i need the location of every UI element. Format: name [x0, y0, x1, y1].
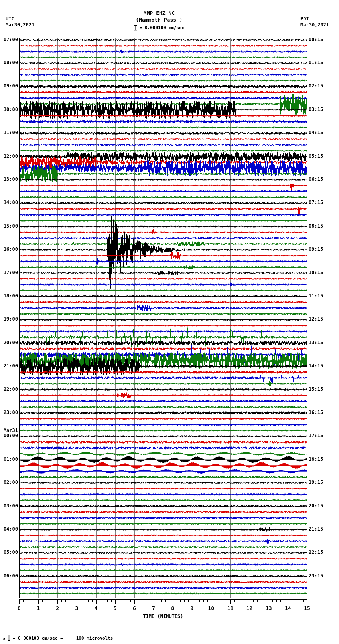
utc-date-label: Mar30,2021 — [6, 22, 34, 28]
x-tick-label: 8 — [171, 605, 174, 611]
footer-prefix-glyph: ʍ — [3, 638, 5, 641]
left-time-label: 20:00 — [0, 340, 18, 345]
left-time-label: 16:00 — [0, 247, 18, 252]
right-time-label: 00:15 — [309, 37, 323, 42]
left-time-label: 11:00 — [0, 130, 18, 135]
footer-scale-value: 100 microvolts — [76, 636, 113, 641]
footer-scale-text: = 0.000100 cm/sec = — [13, 636, 63, 641]
left-time-label: 07:00 — [0, 37, 18, 42]
right-time-label: 04:15 — [309, 130, 323, 135]
x-tick-label: 10 — [208, 605, 215, 611]
right-time-label: 23:15 — [309, 573, 323, 579]
x-tick-label: 2 — [56, 605, 59, 611]
x-tick-label: 15 — [304, 605, 310, 611]
right-time-label: 09:15 — [309, 247, 323, 252]
left-time-label: 05:00 — [0, 550, 18, 555]
right-time-label: 11:15 — [309, 293, 323, 299]
left-time-label: 22:00 — [0, 387, 18, 392]
left-time-label: 13:00 — [0, 177, 18, 182]
x-tick-label: 7 — [152, 605, 155, 611]
left-time-label: 21:00 — [0, 363, 18, 369]
station-title: MMP EHZ NC — [144, 10, 175, 16]
left-time-label: 08:00 — [0, 60, 18, 65]
left-time-label: 02:00 — [0, 480, 18, 485]
left-time-label: 19:00 — [0, 317, 18, 322]
right-time-label: 22:15 — [309, 550, 323, 555]
right-time-label: 13:15 — [309, 340, 323, 345]
x-axis-title: TIME (MINUTES) — [143, 614, 183, 619]
right-time-label: 15:15 — [309, 387, 323, 392]
station-location: (Mammoth Pass ) — [136, 17, 182, 23]
x-tick-label: 11 — [227, 605, 234, 611]
right-time-label: 07:15 — [309, 200, 323, 205]
left-time-label: 12:00 — [0, 154, 18, 159]
x-tick-label: 9 — [190, 605, 193, 611]
seismogram-canvas — [0, 0, 339, 644]
x-tick-label: 12 — [246, 605, 253, 611]
right-time-label: 08:15 — [309, 224, 323, 229]
left-time-label: 04:00 — [0, 527, 18, 532]
left-time-label: 14:00 — [0, 200, 18, 205]
left-time-label: 23:00 — [0, 410, 18, 415]
amplitude-scale-line: = 0.000100 cm/sec — [134, 25, 185, 31]
right-time-label: 20:15 — [309, 503, 323, 509]
right-time-label: 06:15 — [309, 177, 323, 182]
pdt-date-label: Mar30,2021 — [300, 22, 329, 28]
right-time-label: 16:15 — [309, 410, 323, 415]
x-tick-label: 3 — [75, 605, 78, 611]
utc-timezone-label: UTC — [6, 16, 14, 22]
left-time-label: 15:00 — [0, 224, 18, 229]
right-time-label: 02:15 — [309, 83, 323, 89]
left-time-label: 17:00 — [0, 270, 18, 275]
webicorder-page: UTC Mar30,2021 PDT Mar30,2021 MMP EHZ NC… — [0, 0, 339, 644]
footer-scale-line: ʍ = 0.000100 cm/sec = 100 microvolts — [3, 635, 113, 641]
left-time-label: 09:00 — [0, 83, 18, 89]
right-time-label: 10:15 — [309, 270, 323, 275]
left-time-label: 01:00 — [0, 457, 18, 462]
right-time-label: 05:15 — [309, 154, 323, 159]
x-tick-label: 4 — [95, 605, 98, 611]
x-tick-label: 5 — [114, 605, 117, 611]
x-tick-label: 1 — [37, 605, 40, 611]
right-time-label: 12:15 — [309, 317, 323, 322]
right-time-label: 01:15 — [309, 60, 323, 65]
right-time-label: 18:15 — [309, 457, 323, 462]
scale-bracket-icon — [134, 25, 138, 31]
x-tick-label: 6 — [133, 605, 136, 611]
right-time-label: 14:15 — [309, 363, 323, 369]
left-time-label: 03:00 — [0, 503, 18, 509]
right-time-label: 17:15 — [309, 433, 323, 438]
x-tick-label: 14 — [285, 605, 291, 611]
left-time-label: 18:00 — [0, 293, 18, 299]
left-time-label: 00:00 — [0, 433, 18, 438]
x-tick-label: 13 — [266, 605, 272, 611]
pdt-timezone-label: PDT — [300, 16, 309, 22]
x-tick-label: 0 — [18, 605, 21, 611]
right-time-label: 21:15 — [309, 527, 323, 532]
right-time-label: 19:15 — [309, 480, 323, 485]
scale-bracket-icon — [7, 635, 11, 641]
right-time-label: 03:15 — [309, 107, 323, 112]
date-rollover-label: Mar31 — [0, 428, 18, 433]
left-time-label: 10:00 — [0, 107, 18, 112]
amplitude-scale-text: = 0.000100 cm/sec — [140, 25, 185, 30]
left-time-label: 06:00 — [0, 573, 18, 579]
